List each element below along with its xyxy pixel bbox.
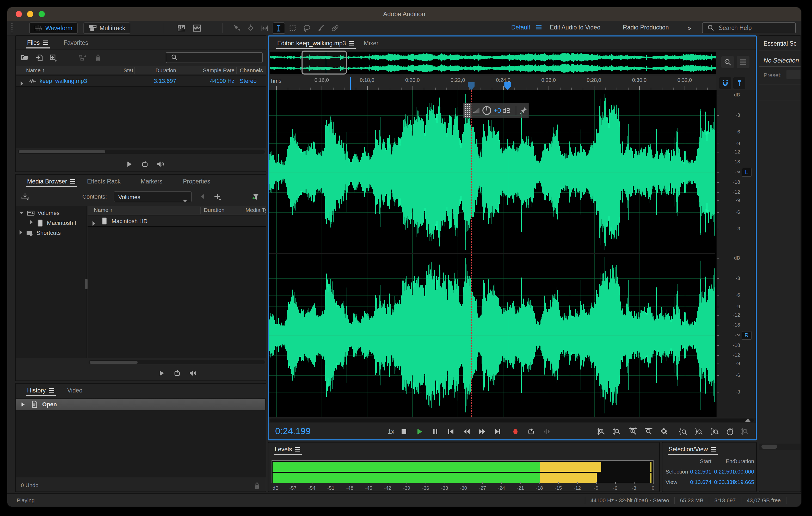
es-hscroll-track[interactable] (759, 443, 801, 450)
speed-indicator[interactable]: 1x (388, 428, 394, 435)
zoom-in-horizontal-button[interactable] (626, 425, 640, 438)
pause-button[interactable] (428, 425, 442, 438)
insert-multitrack-icon[interactable] (77, 53, 88, 62)
history-item[interactable]: Open (16, 399, 265, 410)
loop-playback-button[interactable] (524, 425, 538, 438)
filter-icon[interactable] (251, 192, 261, 201)
lasso-tool-icon[interactable] (301, 22, 313, 34)
media-item-name[interactable]: Macintosh HD (112, 218, 147, 225)
volume-knob-icon[interactable] (481, 105, 493, 116)
sv-value-end[interactable]: 0:33.339 (714, 479, 735, 485)
editor-hscrollbar[interactable] (269, 418, 756, 423)
chevron-right-icon[interactable] (19, 230, 23, 236)
auto-play-speaker-icon[interactable] (187, 369, 198, 378)
pin-icon[interactable] (519, 106, 528, 115)
panel-menu-icon[interactable] (70, 179, 76, 184)
zoom-in-vertical-button[interactable] (594, 425, 609, 438)
history-tab-history[interactable]: History (25, 383, 57, 397)
sv-value-start[interactable]: 0:13.674 (690, 479, 712, 485)
import-tray-icon[interactable] (20, 192, 30, 201)
panel-menu-icon[interactable] (349, 41, 355, 46)
multitrack-mode-button[interactable]: Multitrack (83, 22, 130, 34)
waveform-mode-button[interactable]: Waveform (29, 22, 78, 34)
zoom-out-horizontal-button[interactable] (642, 425, 656, 438)
brush-tool-icon[interactable] (315, 22, 327, 34)
files-search-input[interactable] (166, 52, 263, 63)
ibeam-tool-icon[interactable] (272, 22, 285, 34)
tab-levels[interactable]: Levels (272, 442, 303, 456)
hud-value[interactable]: +0 (494, 107, 501, 114)
help-search[interactable]: Search Help (702, 22, 796, 33)
pane-divider-handle[interactable] (85, 279, 88, 289)
panel-list-icon[interactable] (737, 56, 750, 68)
workspace-edit-audio-to-video[interactable]: Edit Audio to Video (550, 24, 600, 31)
media-row[interactable]: Macintosh HD (88, 216, 266, 227)
slip-tool-icon[interactable] (259, 22, 271, 34)
move-tool-icon[interactable] (230, 22, 243, 34)
sv-value-duration[interactable]: 0:19.665 (733, 479, 754, 485)
rewind-button[interactable] (460, 425, 473, 438)
skip-selection-button[interactable] (540, 425, 553, 438)
media-tab-effects-rack[interactable]: Effects Rack (85, 175, 123, 188)
channel-badge-l[interactable]: L (742, 168, 752, 177)
scroll-thumb[interactable] (90, 361, 138, 364)
tree-item-volumes[interactable]: Volumes (19, 209, 59, 217)
media-tab-markers[interactable]: Markers (139, 175, 165, 188)
zoom-vertical-button[interactable] (738, 425, 753, 438)
files-tab-favorites[interactable]: Favorites (61, 36, 90, 50)
new-file-icon[interactable] (48, 53, 58, 62)
tree-item-shortcuts[interactable]: Shortcuts (19, 229, 61, 237)
column-header-name[interactable]: Name ↑ (94, 207, 196, 214)
waveform-display-icon[interactable] (175, 22, 187, 34)
chevron-down-icon[interactable] (19, 210, 24, 217)
record-button[interactable] (509, 425, 522, 438)
tab-selection-view[interactable]: Selection/View (667, 442, 719, 456)
fast-forward-button[interactable] (475, 425, 489, 438)
editor-tab-editor-keep-walking-mp3[interactable]: Editor: keep_walking.mp3 (275, 36, 357, 50)
back-arrow-icon[interactable] (198, 192, 207, 201)
file-row[interactable]: keep_walking.mp33:13.69744100 HzStereo32 (16, 76, 266, 87)
files-hscrollbar[interactable] (18, 150, 265, 154)
magnet-snap-icon[interactable] (719, 77, 731, 89)
file-name[interactable]: keep_walking.mp3 (39, 78, 87, 84)
chevron-right-icon[interactable] (29, 220, 33, 227)
tab-essential-sound[interactable]: Essential Sc (763, 40, 801, 47)
history-tab-video[interactable]: Video (65, 383, 84, 397)
timeline-ruler[interactable]: hms 0:16,00:18,00:20,00:22,00:24,00:26,0… (269, 76, 716, 90)
play-icon[interactable] (156, 369, 167, 378)
import-file-icon[interactable] (34, 53, 45, 62)
contents-dropdown[interactable]: Volumes (114, 191, 192, 202)
zoom-in-point-button[interactable] (676, 425, 690, 438)
play-button[interactable] (413, 425, 426, 438)
expand-chevron-icon[interactable] (92, 219, 96, 228)
razor-tool-icon[interactable] (244, 22, 257, 34)
waveform-area[interactable]: +0 dB (269, 90, 716, 417)
column-header-duration[interactable]: Duration (135, 67, 176, 74)
trash-icon[interactable] (93, 53, 103, 62)
zoom-reset-button[interactable] (657, 425, 671, 438)
files-tab-files[interactable]: Files (25, 36, 51, 50)
playhead-time[interactable]: 0:24.199 (275, 426, 311, 436)
zoom-selection-button[interactable] (707, 425, 721, 438)
marquee-tool-icon[interactable] (287, 22, 299, 34)
scroll-up-arrow-icon[interactable] (745, 419, 751, 422)
play-icon[interactable] (124, 160, 135, 169)
skip-previous-button[interactable] (444, 425, 458, 438)
stop-button[interactable] (397, 425, 411, 438)
tree-item-macintosh-hd[interactable]: Macintosh HD (29, 219, 76, 227)
toolbar-grip[interactable] (11, 22, 13, 34)
sv-value-duration[interactable]: 0:00.000 (733, 468, 754, 475)
channel-badge-r[interactable]: R (742, 331, 752, 340)
media-tab-media-browser[interactable]: Media Browser (25, 175, 78, 188)
marker-pin-icon[interactable] (733, 77, 745, 89)
timer-button[interactable] (723, 425, 737, 438)
trash-icon[interactable] (252, 481, 262, 490)
workspace-overflow-icon[interactable]: » (688, 24, 691, 32)
heal-tool-icon[interactable] (329, 22, 341, 34)
column-header-sample-rate[interactable]: Sample Rate (187, 67, 235, 74)
playhead-line[interactable] (508, 90, 508, 417)
skip-next-button[interactable] (491, 425, 504, 438)
editor-tab-mixer[interactable]: Mixer (362, 36, 380, 50)
sv-value-end[interactable]: 0:22.591 (714, 468, 735, 475)
panel-menu-icon[interactable] (49, 388, 55, 393)
